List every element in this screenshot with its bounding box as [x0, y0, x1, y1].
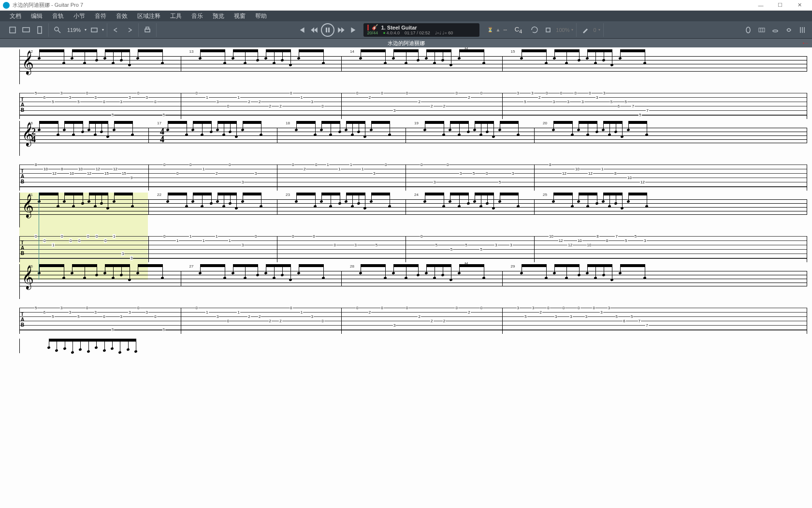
tab-fret-number[interactable]: 15: [121, 171, 127, 176]
tab-fret-number[interactable]: 0: [228, 163, 231, 167]
tab-fret-number[interactable]: 10: [549, 234, 554, 239]
tab-fret-number[interactable]: 3: [69, 95, 72, 100]
tab-fret-number[interactable]: 3: [531, 91, 534, 95]
tab-fret-number[interactable]: 0: [227, 104, 230, 108]
tab-fret-number[interactable]: 0: [154, 100, 157, 104]
tab-fret-number[interactable]: 6: [617, 104, 620, 108]
tab-fret-number[interactable]: 3: [459, 171, 462, 176]
tab-fret-number[interactable]: 5: [638, 113, 641, 117]
tab-fret-number[interactable]: 5: [498, 180, 501, 184]
tablature-staff[interactable]: TAB0010000001330111113000035055553310121…: [19, 236, 807, 262]
tab-fret-number[interactable]: 2: [368, 310, 371, 314]
tab-fret-number[interactable]: 5: [479, 247, 482, 252]
undo-button[interactable]: [110, 24, 122, 36]
tab-fret-number[interactable]: 0: [356, 91, 359, 95]
tab-fret-number[interactable]: 7: [631, 104, 634, 108]
tab-fret-number[interactable]: 3: [567, 100, 570, 104]
tab-fret-number[interactable]: 1: [237, 310, 240, 314]
view-screen-button[interactable]: [20, 24, 32, 36]
tab-fret-number[interactable]: 0: [480, 306, 483, 310]
fretboard-button[interactable]: [756, 24, 768, 36]
tablature-staff[interactable]: TAB8101281010121215121590001203302011113…: [19, 164, 807, 191]
tab-fret-number[interactable]: 1: [300, 95, 303, 100]
tab-fret-number[interactable]: 3: [241, 180, 244, 184]
tab-fret-number[interactable]: 3: [595, 95, 598, 100]
tab-fret-number[interactable]: 3: [373, 171, 376, 176]
tab-fret-number[interactable]: 1: [601, 167, 604, 171]
tab-fret-number[interactable]: 9: [130, 176, 133, 180]
tab-fret-number[interactable]: 3: [128, 95, 131, 100]
tab-fret-number[interactable]: 1: [176, 239, 179, 243]
tab-fret-number[interactable]: 3: [509, 243, 512, 247]
tab-fret-number[interactable]: 0: [384, 163, 387, 167]
tab-fret-number[interactable]: 0: [86, 91, 88, 95]
loop-percentage[interactable]: 100%: [556, 27, 569, 33]
display-mode-button[interactable]: [88, 24, 100, 36]
tab-fret-number[interactable]: 0: [43, 239, 46, 243]
tool-dropdown-icon[interactable]: ▾: [598, 28, 600, 32]
tab-fret-number[interactable]: 0: [137, 306, 140, 310]
redo-button[interactable]: [124, 24, 135, 36]
countdown-icon[interactable]: ⏳: [487, 27, 493, 32]
tab-fret-number[interactable]: 7: [645, 323, 648, 328]
tab-fret-number[interactable]: 0: [290, 306, 292, 310]
tab-fret-number[interactable]: 2: [258, 100, 261, 104]
score-area[interactable]: 𝄞12131415H TAB56533503053303050130122220…: [0, 47, 812, 508]
tab-fret-number[interactable]: 1: [300, 310, 303, 314]
tab-fret-number[interactable]: 8: [549, 163, 551, 167]
tab-fret-number[interactable]: 5: [34, 91, 37, 95]
tab-fret-number[interactable]: 2: [467, 310, 470, 314]
menu-track[interactable]: 音轨: [47, 12, 69, 20]
tab-fret-number[interactable]: 12: [95, 167, 101, 171]
tab-fret-number[interactable]: 5: [162, 328, 165, 332]
go-end-button[interactable]: [348, 24, 360, 36]
tab-fret-number[interactable]: 0: [95, 234, 98, 239]
tab-fret-number[interactable]: 0: [137, 91, 140, 95]
tab-fret-number[interactable]: 8: [60, 167, 63, 171]
tab-fret-number[interactable]: 0: [455, 306, 458, 310]
tab-fret-number[interactable]: 7: [646, 108, 649, 113]
notation-staff[interactable]: 𝄞16171819202444: [19, 121, 807, 156]
tab-fret-number[interactable]: 0: [227, 319, 230, 323]
tab-fret-number[interactable]: 0: [86, 306, 88, 310]
view-vertical-button[interactable]: [34, 24, 45, 36]
tab-fret-number[interactable]: 0: [420, 163, 423, 167]
tab-fret-number[interactable]: 0: [291, 234, 294, 239]
tab-fret-number[interactable]: 6: [623, 319, 625, 323]
tab-fret-number[interactable]: 6: [43, 310, 46, 314]
tab-fret-number[interactable]: 1: [202, 167, 205, 171]
forward-button[interactable]: [335, 24, 347, 36]
menu-sound[interactable]: 音乐: [187, 12, 208, 20]
go-start-button[interactable]: [296, 24, 307, 36]
tab-fret-number[interactable]: 5: [465, 243, 468, 247]
tab-fret-number[interactable]: 2: [258, 314, 261, 319]
tab-fret-number[interactable]: 3: [130, 256, 133, 260]
metronome-icon[interactable]: ▲: [496, 27, 501, 32]
menu-edit[interactable]: 编辑: [26, 12, 47, 20]
tab-fret-number[interactable]: 0: [577, 306, 580, 310]
tab-fret-number[interactable]: 0: [480, 91, 483, 95]
menu-help[interactable]: 帮助: [250, 12, 272, 20]
tab-fret-number[interactable]: 2: [538, 95, 541, 100]
tab-fret-number[interactable]: 3: [145, 310, 148, 314]
tab-fret-number[interactable]: 0: [560, 91, 563, 95]
tab-fret-number[interactable]: 3: [511, 171, 514, 176]
tab-fret-number[interactable]: 0: [592, 306, 595, 310]
tab-fret-number[interactable]: 3: [433, 180, 436, 184]
brush-tool-button[interactable]: [580, 24, 591, 36]
tab-fret-number[interactable]: 3: [517, 306, 520, 310]
tab-fret-number[interactable]: 5: [162, 113, 165, 117]
tab-fret-number[interactable]: 1: [202, 239, 205, 243]
tab-fret-number[interactable]: 5: [51, 314, 54, 319]
tab-fret-number[interactable]: 0: [87, 234, 89, 239]
tab-fret-number[interactable]: 0: [176, 171, 179, 176]
tab-fret-number[interactable]: 1: [113, 234, 116, 239]
tab-fret-number[interactable]: 12: [52, 171, 57, 176]
tab-fret-number[interactable]: 0: [102, 100, 105, 104]
tuner-button[interactable]: [783, 24, 795, 36]
tab-fret-number[interactable]: 2: [269, 104, 272, 108]
tab-fret-number[interactable]: 3: [494, 243, 497, 247]
tab-fret-number[interactable]: 3: [532, 306, 535, 310]
tab-fret-number[interactable]: 0: [380, 91, 383, 95]
tab-fret-number[interactable]: 5: [375, 243, 378, 247]
